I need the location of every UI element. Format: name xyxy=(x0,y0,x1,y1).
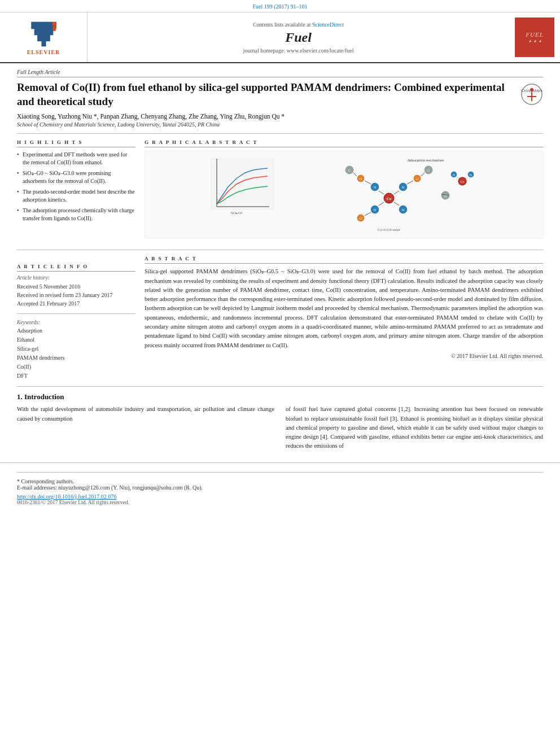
history-label: Article history: xyxy=(17,275,135,281)
article-history: Article history: Received 5 November 201… xyxy=(17,275,135,308)
intro-left-col: With the rapid development of automobile… xyxy=(17,405,274,451)
intro-right-col: of fossil fuel have captured global conc… xyxy=(286,405,543,451)
svg-text:N: N xyxy=(453,173,456,177)
journal-header: ELSEVIER Contents lists available at Sci… xyxy=(0,12,560,63)
svg-point-9 xyxy=(530,88,533,91)
svg-text:Adsorption mechanism: Adsorption mechanism xyxy=(407,158,444,163)
footer-divider xyxy=(17,472,543,473)
article-type: Full Length Article xyxy=(17,69,543,77)
divider-3 xyxy=(17,313,135,314)
article-info-header: A R T I C L E I N F O xyxy=(17,264,135,272)
svg-line-43 xyxy=(365,212,371,216)
svg-text:Co-G3.0-ester: Co-G3.0-ester xyxy=(378,228,401,232)
doi-link[interactable]: http://dx.doi.org/10.1016/j.fuel.2017.02… xyxy=(17,493,116,500)
graphical-abstract-image: SiO₂-G0 Adsorption mechanism Co N N xyxy=(145,151,543,238)
svg-rect-5 xyxy=(53,25,55,30)
highlight-item-3: The pseudo-second-order model best descr… xyxy=(17,188,135,204)
highlight-item-2: SiO₂–G0 ~ SiO₂–G3.0 were promising adsor… xyxy=(17,169,135,185)
affiliation: School of Chemistry and Materials Scienc… xyxy=(17,121,543,128)
highlight-item-4: The adsorption processed chemically with… xyxy=(17,207,135,222)
journal-center-info: Contents lists available at ScienceDirec… xyxy=(88,12,509,62)
keywords-label: Keywords: xyxy=(17,320,135,325)
svg-text:N: N xyxy=(401,185,404,190)
fuel-badge: FUEL ✦ ✦ ✦ xyxy=(515,18,554,57)
svg-text:N: N xyxy=(470,173,473,177)
divider-1 xyxy=(17,133,543,134)
divider-4 xyxy=(17,386,543,387)
email-line: E-mail addresses: niuyuzhong@126.com (Y.… xyxy=(17,484,543,491)
contents-line: Contents lists available at ScienceDirec… xyxy=(253,21,344,28)
journal-homepage: journal homepage: www.elsevier.com/locat… xyxy=(243,47,354,54)
accepted-date: Accepted 21 February 2017 xyxy=(17,299,135,308)
svg-line-41 xyxy=(365,181,371,184)
revised-date: Received in revised form 23 January 2017 xyxy=(17,291,135,299)
keyword-5: Co(II) xyxy=(17,362,135,372)
svg-line-42 xyxy=(407,181,413,184)
svg-text:O: O xyxy=(359,216,362,221)
svg-text:O: O xyxy=(359,177,362,181)
svg-text:SiO₂-G0: SiO₂-G0 xyxy=(231,211,243,215)
volume-text: Fuel 199 (2017) 91–101 xyxy=(253,3,308,10)
svg-line-37 xyxy=(379,191,384,194)
abstract-header: A B S T R A C T xyxy=(145,256,543,264)
svg-text:C: C xyxy=(427,169,430,172)
article-title-section: Removal of Co(II) from fuel ethanol by s… xyxy=(17,81,543,108)
svg-text:N: N xyxy=(401,208,404,212)
copyright: © 2017 Elsevier Ltd. All rights reserved… xyxy=(145,353,543,359)
keywords-section: Keywords: Adsorption Ethanol Silica-gel … xyxy=(17,320,135,381)
highlights-list: Experimental and DFT methods were used f… xyxy=(17,151,135,222)
keyword-1: Adsorption xyxy=(17,326,135,335)
svg-line-44 xyxy=(353,173,357,176)
main-content: Full Length Article Removal of Co(II) fr… xyxy=(0,63,560,457)
highlight-item-1: Experimental and DFT methods were used f… xyxy=(17,151,135,167)
molecule-diagram: SiO₂-G0 Adsorption mechanism Co N N xyxy=(208,153,479,237)
info-abstract-section: A R T I C L E I N F O Article history: R… xyxy=(17,256,543,381)
journal-title: Fuel xyxy=(285,30,312,45)
svg-point-4 xyxy=(52,21,56,25)
sciencedirect-link[interactable]: ScienceDirect xyxy=(312,21,344,28)
keyword-6: DFT xyxy=(17,372,135,381)
svg-line-39 xyxy=(379,202,384,206)
divider-2 xyxy=(17,250,543,250)
svg-text:C: C xyxy=(348,169,351,172)
volume-info: Fuel 199 (2017) 91–101 xyxy=(0,0,560,12)
footer: * Corresponding authors. E-mail addresse… xyxy=(0,462,560,509)
article-title: Removal of Co(II) from fuel ethanol by s… xyxy=(17,81,515,108)
graphical-abstract-header: G R A P H I C A L A B S T R A C T xyxy=(145,139,543,147)
intro-title: 1. Introduction xyxy=(17,392,543,401)
fuel-badge-section: FUEL ✦ ✦ ✦ xyxy=(509,12,560,62)
issn-info: 0016-2361/© 2017 Elsevier Ltd. All right… xyxy=(17,500,543,505)
svg-text:O: O xyxy=(415,177,418,181)
highlights-abstract-section: H I G H L I G H T S Experimental and DFT… xyxy=(17,139,543,244)
elsevier-wordmark: ELSEVIER xyxy=(27,49,60,55)
highlights-column: H I G H L I G H T S Experimental and DFT… xyxy=(17,139,135,244)
svg-text:N: N xyxy=(373,208,376,212)
highlights-header: H I G H L I G H T S xyxy=(17,139,135,147)
svg-rect-2 xyxy=(34,28,53,35)
keyword-4: PAMAM dendrimers xyxy=(17,353,135,362)
svg-rect-1 xyxy=(37,34,50,41)
elsevier-logo-section: ELSEVIER xyxy=(0,12,88,62)
abstract-text: Silica-gel supported PAMAM dendrimers (S… xyxy=(145,267,543,350)
abstract-column: A B S T R A C T Silica-gel supported PAM… xyxy=(145,256,543,374)
authors: Xiaoting Song, Yuzhong Niu *, Panpan Zha… xyxy=(17,113,543,120)
graphical-abstract-column: G R A P H I C A L A B S T R A C T xyxy=(145,139,543,238)
svg-line-45 xyxy=(421,173,425,176)
received-date: Received 5 November 2016 xyxy=(17,282,135,291)
svg-line-40 xyxy=(394,202,399,206)
svg-text:Co: Co xyxy=(460,180,464,184)
svg-line-38 xyxy=(394,191,399,194)
intro-columns: With the rapid development of automobile… xyxy=(17,405,543,451)
intro-right-text: of fossil fuel have captured global conc… xyxy=(286,405,543,451)
article-info-column: A R T I C L E I N F O Article history: R… xyxy=(17,264,135,381)
intro-left-text: With the rapid development of automobile… xyxy=(17,405,274,423)
corresponding-note: * Corresponding authors. xyxy=(17,478,543,484)
crossmark-logo: CrossMark xyxy=(520,83,543,106)
svg-text:N: N xyxy=(373,185,376,190)
keywords-list: Adsorption Ethanol Silica-gel PAMAM dend… xyxy=(17,326,135,381)
introduction-section: 1. Introduction With the rapid developme… xyxy=(17,392,543,451)
svg-text:Co: Co xyxy=(387,196,392,201)
elsevier-tree-icon xyxy=(25,20,62,48)
keyword-2: Ethanol xyxy=(17,335,135,344)
page: Fuel 199 (2017) 91–101 ELSEVIER xyxy=(0,0,560,747)
